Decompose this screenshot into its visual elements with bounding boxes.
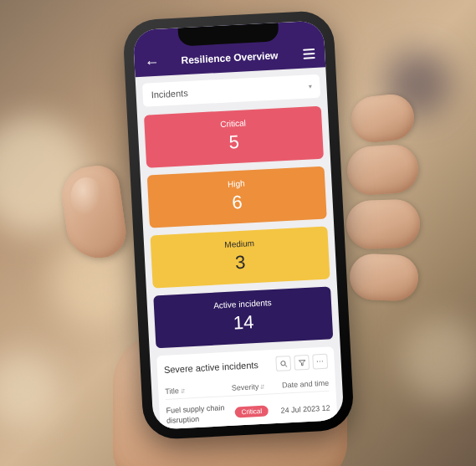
- column-severity[interactable]: Severity⇵: [231, 381, 278, 392]
- incidents-list-card: Severe active incidents ⋯ Title: [156, 346, 340, 429]
- severity-badge: Critical: [234, 405, 269, 417]
- stat-card-high[interactable]: High 6: [146, 166, 326, 228]
- search-icon[interactable]: [275, 355, 291, 371]
- chevron-down-icon: ▾: [308, 82, 311, 90]
- svg-point-0: [280, 360, 285, 365]
- stat-card-critical[interactable]: Critical 5: [143, 105, 323, 167]
- sort-icon: ⇵: [180, 387, 185, 393]
- hand-holding-phone: ← Resilience Overview Incidents ▾ Critic…: [79, 16, 397, 451]
- stat-value: 14: [161, 307, 325, 337]
- stat-card-medium[interactable]: Medium 3: [150, 226, 330, 288]
- sort-icon: ⇵: [260, 383, 265, 389]
- column-date[interactable]: Date and time: [277, 378, 329, 389]
- phone-screen: ← Resilience Overview Incidents ▾ Critic…: [132, 20, 344, 429]
- stat-value: 3: [157, 247, 322, 277]
- row-title: Fuel supply chain disruption: [166, 402, 235, 426]
- page-title: Resilience Overview: [181, 49, 279, 66]
- filter-icon[interactable]: [294, 354, 310, 370]
- phone-frame: ← Resilience Overview Incidents ▾ Critic…: [124, 11, 353, 438]
- row-date: 24 Jul 2023 12: [279, 403, 330, 414]
- back-arrow-icon[interactable]: ←: [144, 53, 161, 71]
- menu-icon[interactable]: [298, 48, 315, 59]
- more-icon[interactable]: ⋯: [312, 353, 328, 369]
- stat-value: 5: [151, 127, 316, 157]
- tab-selected-label: Incidents: [151, 87, 188, 99]
- content-area: Incidents ▾ Critical 5 High 6 Medium 3 A…: [135, 67, 344, 429]
- stat-value: 6: [155, 187, 320, 217]
- tab-selector[interactable]: Incidents ▾: [141, 74, 320, 106]
- column-title[interactable]: Title⇵: [165, 383, 232, 395]
- stat-card-active[interactable]: Active incidents 14: [153, 286, 333, 348]
- list-title: Severe active incidents: [163, 360, 258, 375]
- row-severity: Critical: [234, 404, 280, 417]
